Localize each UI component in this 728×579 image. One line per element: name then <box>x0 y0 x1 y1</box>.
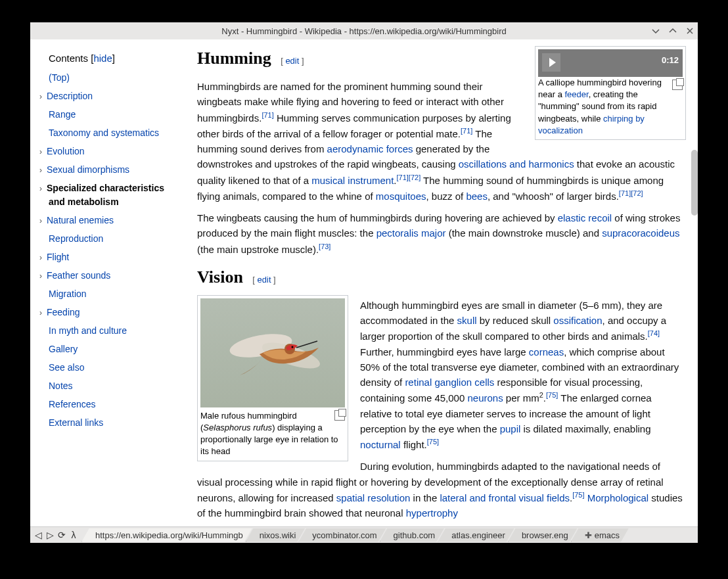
toc-link[interactable]: Migration <box>49 289 87 299</box>
toc-item[interactable]: ›Description <box>49 89 177 103</box>
window-title: Nyxt - Hummingbird - Wikipedia - https:/… <box>221 26 506 36</box>
toc-item[interactable]: Notes <box>49 379 177 393</box>
article-body: Humming [ edit ] 0:12 A calliope humming… <box>187 39 698 526</box>
enlarge-icon[interactable] <box>672 80 683 90</box>
toc-item[interactable]: (Top) <box>49 71 177 85</box>
toc-item[interactable]: ›Flight <box>49 250 177 264</box>
chevron-right-icon[interactable]: › <box>39 146 47 158</box>
toc-item[interactable]: ›Sexual dimorphisms <box>49 163 177 177</box>
toc-item[interactable]: ›Specialized characteristics and metabol… <box>49 181 177 209</box>
video-duration: 0:12 <box>662 55 679 66</box>
toc-link[interactable]: Feather sounds <box>47 270 110 281</box>
paragraph: The wingbeats causing the hum of humming… <box>197 210 686 257</box>
tab[interactable]: browser.eng <box>508 528 578 542</box>
tab[interactable]: ycombinator.com <box>298 528 386 542</box>
toc-item[interactable]: ›Natural enemies <box>49 214 177 227</box>
toc-link[interactable]: Specialized characteristics and metaboli… <box>47 183 164 207</box>
toc-item[interactable]: Gallery <box>49 342 177 356</box>
title-bar: Nyxt - Hummingbird - Wikipedia - https:/… <box>30 22 698 39</box>
chevron-right-icon[interactable]: › <box>39 215 47 227</box>
section-heading-vision: Vision <box>197 267 243 287</box>
enlarge-icon[interactable] <box>334 410 345 421</box>
hummingbird-illustration <box>214 310 332 388</box>
toc-link[interactable]: Evolution <box>47 146 85 156</box>
tab-label: https://en.wikipedia.org/wiki/Hummingb <box>95 530 243 540</box>
toc-item[interactable]: See also <box>49 361 177 375</box>
toc-link[interactable]: Flight <box>47 252 69 262</box>
toc-link[interactable]: In myth and culture <box>49 325 127 336</box>
chevron-right-icon[interactable]: › <box>39 270 47 282</box>
tab-label: ycombinator.com <box>312 530 376 540</box>
lambda-button[interactable]: λ <box>68 528 79 542</box>
chevron-right-icon[interactable]: › <box>39 252 47 264</box>
chevron-right-icon[interactable]: › <box>39 91 47 103</box>
maximize-button[interactable] <box>668 26 678 36</box>
tab-label: browser.eng <box>522 530 568 540</box>
tab-label: atlas.engineer <box>451 530 505 540</box>
toc-link[interactable]: Feeding <box>47 307 80 317</box>
video-caption: A calliope hummingbird hovering near a f… <box>538 77 683 137</box>
toc-item[interactable]: ›Feeding <box>49 306 177 319</box>
tab-label: github.com <box>394 530 436 540</box>
toc-item[interactable]: ›Evolution <box>49 145 177 158</box>
toc-item[interactable]: External links <box>49 416 177 430</box>
tab[interactable]: github.com <box>380 528 445 542</box>
tab[interactable]: atlas.engineer <box>438 528 514 542</box>
paragraph: During evolution, hummingbirds adapted t… <box>197 459 686 521</box>
svg-point-3 <box>292 346 294 348</box>
video-thumbnail-box: 0:12 A calliope hummingbird hovering nea… <box>535 46 686 140</box>
section-heading-humming: Humming <box>197 49 271 68</box>
toc-link[interactable]: External links <box>49 417 103 428</box>
toc-item[interactable]: Reproduction <box>49 232 177 246</box>
scrollbar-thumb[interactable] <box>691 150 698 216</box>
chevron-right-icon[interactable]: › <box>39 183 47 195</box>
toc-heading: Contents <box>49 53 88 64</box>
toc-item[interactable]: In myth and culture <box>49 324 177 338</box>
table-of-contents: Contents [hide] (Top)›DescriptionRangeTa… <box>30 39 187 526</box>
tab[interactable]: ✚emacs <box>571 528 629 542</box>
toc-link[interactable]: Range <box>49 109 76 120</box>
figure-caption: Male rufous hummingbird (Selasphorus ruf… <box>200 410 345 458</box>
toc-link[interactable]: (Top) <box>49 72 70 83</box>
toc-link[interactable]: Description <box>47 91 93 101</box>
toc-item[interactable]: Range <box>49 108 177 122</box>
toc-item[interactable]: Taxonomy and systematics <box>49 126 177 140</box>
back-button[interactable]: ◁ <box>33 528 43 542</box>
minimize-button[interactable] <box>650 26 661 36</box>
tab[interactable]: https://en.wikipedia.org/wiki/Hummingb <box>81 528 252 542</box>
toc-toggle[interactable]: hide <box>93 53 112 64</box>
chevron-right-icon[interactable]: › <box>39 307 47 319</box>
browser-window: Nyxt - Hummingbird - Wikipedia - https:/… <box>30 22 698 543</box>
toc-item[interactable]: Migration <box>49 287 177 301</box>
toc-item[interactable]: References <box>49 398 177 411</box>
toc-link[interactable]: Gallery <box>49 344 78 354</box>
chevron-right-icon[interactable]: › <box>39 164 47 176</box>
video-thumbnail[interactable]: 0:12 <box>538 49 683 77</box>
edit-link[interactable]: edit <box>285 56 299 66</box>
tab-label: emacs <box>595 530 620 540</box>
forward-button[interactable]: ▷ <box>45 528 55 542</box>
figure-image[interactable] <box>200 298 345 407</box>
toc-item[interactable]: ›Feather sounds <box>49 269 177 283</box>
toc-link[interactable]: Taxonomy and systematics <box>49 127 159 138</box>
toc-link[interactable]: References <box>49 399 96 409</box>
edit-link[interactable]: edit <box>258 275 271 285</box>
toc-link[interactable]: Natural enemies <box>47 215 114 225</box>
figure-box: Male rufous hummingbird (Selasphorus ruf… <box>197 295 348 461</box>
toc-link[interactable]: Notes <box>49 381 73 391</box>
toc-link[interactable]: Sexual dimorphisms <box>47 164 129 175</box>
status-bar: ◁ ▷ ⟳ λ https://en.wikipedia.org/wiki/Hu… <box>30 526 698 543</box>
close-button[interactable] <box>685 26 695 36</box>
reload-button[interactable]: ⟳ <box>57 528 67 542</box>
star-icon: ✚ <box>585 530 592 540</box>
toc-link[interactable]: Reproduction <box>49 233 103 244</box>
tab-label: nixos.wiki <box>260 530 296 540</box>
toc-link[interactable]: See also <box>49 362 84 373</box>
tab[interactable]: nixos.wiki <box>246 528 306 542</box>
play-icon[interactable] <box>542 53 560 72</box>
